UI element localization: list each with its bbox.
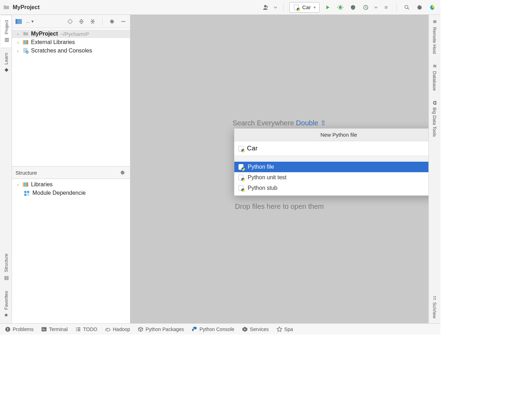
popup-separator [234,156,428,161]
bottom-tab-hadoop[interactable]: Hadoop [105,326,130,332]
editor-area: Search Everywhere Double ⇧ Drop files he… [130,15,428,323]
popup-option-python-unit-test[interactable]: Python unit test [234,172,428,183]
gear-icon[interactable] [119,169,126,176]
svg-point-35 [193,327,194,328]
chevron-right-icon[interactable]: › [16,40,20,45]
run-config-label: Car [302,4,311,10]
bottom-tab-problems[interactable]: Problems [5,326,33,332]
hint-shortcut: Double ⇧ [296,119,326,127]
problems-icon [5,326,11,332]
svg-rect-14 [26,52,28,52]
new-python-file-popup: New Python file Python file Python unit … [234,128,428,196]
project-view-dropdown[interactable]: ... ▾ [26,19,34,24]
learn-icon: ◆ [3,68,9,73]
remote-host-icon: ≣ [433,19,437,25]
structure-panel-header[interactable]: Structure [12,166,130,179]
tree-node-label: External Libraries [31,39,75,45]
chevron-down-icon: ▾ [314,5,316,10]
popup-title: New Python file [234,129,428,141]
bottom-tab-todo[interactable]: TODO [75,326,97,332]
svg-point-3 [405,5,408,8]
popup-option-label: Python file [248,164,274,170]
code-with-me-icon[interactable] [261,3,270,12]
svg-rect-19 [24,191,26,193]
bottom-tab-label: Services [250,326,269,332]
tree-node-module-deps[interactable]: Module Dependencie [12,189,130,197]
stop-button [382,3,391,12]
popup-option-python-stub[interactable]: Python stub [234,183,428,193]
expand-all-icon[interactable] [78,18,85,25]
tool-tab-remote-host[interactable]: ≣ Remote Host [430,15,440,59]
search-icon[interactable] [402,3,412,12]
hadoop-icon [105,326,111,332]
chevron-right-icon[interactable]: › [16,48,20,54]
todo-icon [75,326,81,332]
big-data-icon: D [433,100,436,106]
debug-button[interactable] [336,3,345,12]
bottom-tab-spark[interactable]: Spa [277,326,293,332]
drop-files-hint: Drop files here to open them [130,202,428,211]
tool-tab-structure[interactable]: ▥ Structure [1,249,11,286]
sciview-icon: ⠿ [433,295,437,300]
services-icon [242,326,248,332]
tool-tab-learn[interactable]: ◆ Learn [1,48,11,78]
search-everywhere-hint: Search Everywhere Double ⇧ [130,119,428,127]
popup-option-python-file[interactable]: Python file [234,162,428,172]
tool-tab-sciview[interactable]: ⠿ SciView [430,291,440,323]
chevron-right-icon[interactable]: › [16,31,20,37]
gear-icon[interactable] [415,3,424,12]
breadcrumb[interactable]: MyProject [3,4,39,11]
svg-rect-28 [78,328,80,328]
locate-icon[interactable] [66,18,74,25]
tree-node-libraries[interactable]: › Libraries [12,180,130,189]
chevron-right-icon[interactable]: › [16,182,20,187]
python-icon [192,326,197,332]
bottom-tab-terminal[interactable]: Terminal [41,326,68,332]
svg-point-33 [106,328,110,331]
svg-rect-8 [23,40,24,44]
svg-rect-11 [27,40,28,44]
tool-tab-favorites[interactable]: ★ Favorites [1,286,11,323]
tool-tab-label: Database [432,71,437,91]
svg-rect-20 [27,191,29,193]
bottom-tab-python-console[interactable]: Python Console [192,326,234,332]
python-file-icon [238,164,244,170]
hide-panel-icon[interactable] [119,18,127,25]
run-button[interactable] [323,3,332,12]
tree-node-project-root[interactable]: › MyProject ~/PycharmP [12,30,130,38]
svg-rect-16 [24,182,25,187]
tool-tab-big-data-tools[interactable]: D Big Data Tools [430,96,440,142]
tool-tab-project[interactable]: ▤ Project [1,15,11,48]
tool-tab-database[interactable]: ≋ Database [430,59,440,96]
terminal-icon [41,326,47,332]
bottom-tab-label: Spa [284,326,293,332]
svg-point-6 [68,19,72,23]
tree-node-scratches[interactable]: › Scratches and Consoles [12,46,130,55]
tool-tab-label: Remote Host [432,27,437,54]
bottom-tab-services[interactable]: Services [242,326,269,332]
tree-node-label: Scratches and Consoles [31,48,92,54]
chevron-down-icon[interactable] [374,3,378,12]
structure-tree[interactable]: › Libraries Module Dependencie [12,179,130,323]
tree-node-label: Module Dependencie [32,190,86,196]
gear-icon[interactable] [108,18,116,25]
python-file-icon [238,185,244,191]
project-view-icon[interactable] [15,18,23,25]
filename-input[interactable] [247,143,428,154]
profile-button[interactable] [361,3,370,12]
coverage-button[interactable] [348,3,358,12]
collapse-all-icon[interactable] [89,18,97,25]
svg-rect-24 [7,328,8,330]
python-file-icon [293,4,299,11]
tree-node-label: Libraries [31,181,52,188]
svg-rect-21 [24,194,26,196]
svg-point-34 [107,329,107,329]
jetbrains-logo-icon[interactable] [428,3,437,12]
side-column: ... ▾ › MyPro [12,15,130,323]
project-tree[interactable]: › MyProject ~/PycharmP › External Librar… [12,28,130,166]
tree-node-external-libraries[interactable]: › External Libraries [12,38,130,46]
chevron-down-icon[interactable] [273,3,278,12]
project-view-label: ... [26,19,30,24]
run-config-selector[interactable]: Car ▾ [289,2,320,13]
bottom-tab-python-packages[interactable]: Python Packages [138,326,184,332]
